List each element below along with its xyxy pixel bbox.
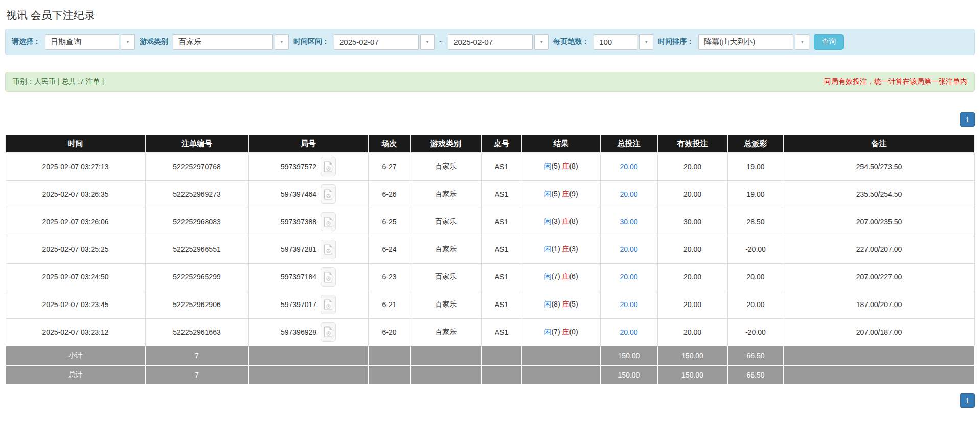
- player-result-value: (8): [551, 300, 562, 308]
- grand-total-row: 总计7150.00150.0066.50: [6, 365, 974, 385]
- total-bet-link[interactable]: 20.00: [620, 245, 637, 253]
- game-type-value[interactable]: 百家乐: [173, 34, 273, 50]
- cell-time: 2025-02-07 03:27:13: [6, 153, 145, 180]
- video-replay-button[interactable]: [321, 240, 336, 259]
- cell-session: 6-21: [368, 291, 411, 318]
- cell-result: 闲(5) 庄(8): [522, 153, 600, 180]
- chevron-down-icon[interactable]: ▼: [121, 34, 135, 50]
- cell-table-no: AS1: [481, 153, 522, 180]
- date-to-value[interactable]: 2025-02-07: [448, 34, 533, 50]
- cell-game-type: 百家乐: [411, 263, 481, 291]
- cell-session: 6-27: [368, 153, 411, 180]
- chevron-down-icon[interactable]: ▼: [795, 34, 809, 50]
- summary-empty: [522, 346, 600, 365]
- cell-valid-bet: 20.00: [657, 318, 727, 346]
- pagination-top: 1: [5, 112, 975, 127]
- table-row: 2025-02-07 03:24:50522252965299597397184…: [6, 263, 974, 291]
- video-replay-button[interactable]: [321, 322, 336, 342]
- film-file-icon: [324, 189, 333, 200]
- cell-bet-id: 522252961663: [145, 318, 248, 346]
- summary-empty: [522, 365, 600, 385]
- game-type-label: 游戏类别: [140, 37, 168, 46]
- search-button[interactable]: 查询: [814, 34, 844, 50]
- select-query-type[interactable]: 日期查询 ▼: [45, 34, 135, 50]
- select-date-to[interactable]: 2025-02-07 ▼: [448, 34, 549, 50]
- cell-game-type: 百家乐: [411, 318, 481, 346]
- page-size-label: 每页笔数：: [553, 37, 589, 46]
- cell-remark: 187.00/207.00: [784, 291, 974, 318]
- table-row: 2025-02-07 03:26:35522252969273597397464…: [6, 180, 974, 208]
- valid-bet-notice: 同局有效投注，统一计算在该局第一张注单内: [824, 77, 967, 86]
- column-header: 局号: [248, 135, 368, 153]
- round-id-wrap: 597396928: [281, 322, 336, 342]
- total-bet-link[interactable]: 20.00: [620, 328, 637, 336]
- video-replay-button[interactable]: [321, 267, 336, 287]
- cell-bet-id: 522252965299: [145, 263, 248, 291]
- date-from-value[interactable]: 2025-02-07: [334, 34, 419, 50]
- banker-result-label: 庄: [562, 300, 569, 308]
- column-header: 场次: [368, 135, 411, 153]
- column-header: 结果: [522, 135, 600, 153]
- total-bet-link[interactable]: 30.00: [620, 218, 637, 226]
- video-replay-button[interactable]: [321, 184, 336, 204]
- select-time-sort[interactable]: 降冪(由大到小) ▼: [698, 34, 809, 50]
- round-number: 597397281: [281, 245, 316, 253]
- summary-empty: [784, 365, 974, 385]
- cell-payout: 19.00: [727, 153, 784, 180]
- film-file-icon: [324, 244, 333, 255]
- select-page-size[interactable]: 100 ▼: [594, 34, 653, 50]
- select-date-from[interactable]: 2025-02-07 ▼: [334, 34, 435, 50]
- summary-empty: [368, 346, 411, 365]
- column-header: 桌号: [481, 135, 522, 153]
- cell-payout: -20.00: [727, 236, 784, 263]
- player-result-label: 闲: [544, 300, 551, 308]
- summary-valid-bet: 150.00: [657, 365, 727, 385]
- video-replay-button[interactable]: [321, 212, 336, 231]
- page-1-button[interactable]: 1: [960, 393, 975, 408]
- cell-round-id: 597397388: [248, 208, 368, 236]
- cell-remark: 254.50/273.50: [784, 153, 974, 180]
- summary-payout: 66.50: [727, 346, 784, 365]
- table-row: 2025-02-07 03:26:06522252968083597397388…: [6, 208, 974, 236]
- cell-result: 闲(5) 庄(9): [522, 180, 600, 208]
- page-1-button[interactable]: 1: [960, 112, 975, 127]
- chevron-down-icon[interactable]: ▼: [639, 34, 653, 50]
- chevron-down-icon[interactable]: ▼: [275, 34, 289, 50]
- page-size-value[interactable]: 100: [594, 34, 637, 50]
- date-range-label: 时间区间：: [293, 37, 329, 46]
- subtotal-row: 小计7150.00150.0066.50: [6, 346, 974, 365]
- cell-table-no: AS1: [481, 318, 522, 346]
- cell-valid-bet: 30.00: [657, 208, 727, 236]
- time-sort-value[interactable]: 降冪(由大到小): [698, 34, 793, 50]
- total-bet-link[interactable]: 20.00: [620, 300, 637, 309]
- cell-valid-bet: 20.00: [657, 291, 727, 318]
- table-body: 2025-02-07 03:27:13522252970768597397572…: [6, 153, 974, 385]
- date-separator: ~: [439, 38, 443, 46]
- summary-empty: [248, 346, 368, 365]
- round-number: 597396928: [281, 328, 316, 336]
- cell-bet-id: 522252969273: [145, 180, 248, 208]
- round-number: 597397184: [281, 273, 316, 281]
- total-bet-link[interactable]: 20.00: [620, 190, 637, 198]
- banker-result-value: (6): [569, 272, 578, 280]
- cell-valid-bet: 20.00: [657, 153, 727, 180]
- cell-table-no: AS1: [481, 180, 522, 208]
- cell-valid-bet: 20.00: [657, 263, 727, 291]
- cell-table-no: AS1: [481, 263, 522, 291]
- round-id-wrap: 597397464: [281, 184, 336, 204]
- select-game-type[interactable]: 百家乐 ▼: [173, 34, 289, 50]
- video-replay-button[interactable]: [321, 295, 336, 314]
- player-result-value: (7): [551, 328, 562, 336]
- video-replay-button[interactable]: [321, 157, 336, 176]
- banker-result-label: 庄: [562, 272, 569, 280]
- total-bet-link[interactable]: 20.00: [620, 162, 637, 171]
- chevron-down-icon[interactable]: ▼: [420, 34, 435, 50]
- query-type-value[interactable]: 日期查询: [45, 34, 119, 50]
- table-row: 2025-02-07 03:25:25522252966551597397281…: [6, 236, 974, 263]
- summary-empty: [411, 365, 481, 385]
- summary-count: 7: [145, 346, 248, 365]
- chevron-down-icon[interactable]: ▼: [534, 34, 549, 50]
- cell-payout: 19.00: [727, 180, 784, 208]
- pagination-bottom: 1: [5, 393, 975, 408]
- total-bet-link[interactable]: 20.00: [620, 273, 637, 281]
